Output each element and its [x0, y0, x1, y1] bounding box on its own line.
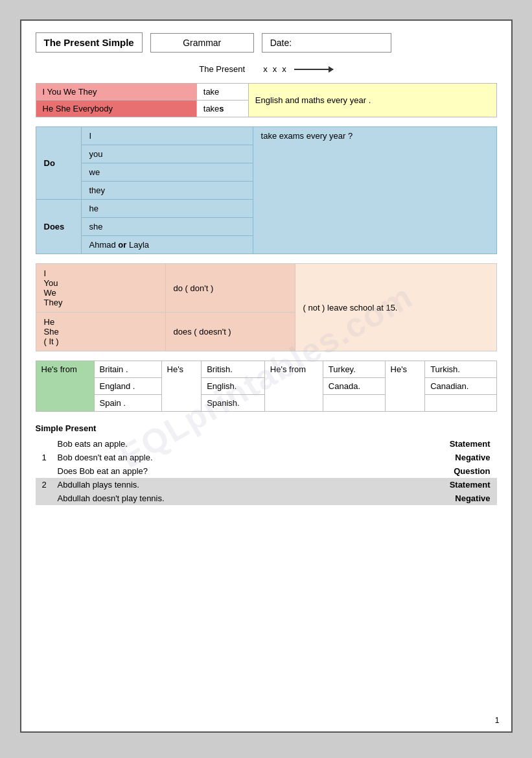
ex-text-2: Does Bob eat an apple? — [42, 466, 148, 476]
countries-col2-english: English. — [202, 378, 265, 395]
takes-verb-row1: take — [196, 84, 248, 101]
does-subject-she: she — [81, 218, 253, 236]
do-subject-you: you — [81, 145, 253, 163]
does-subject-he: he — [81, 200, 253, 218]
countries-col1-label: He's from — [36, 361, 94, 412]
ex-row-2: Does Bob eat an apple? Question — [36, 464, 497, 478]
timeline-label: The Present — [199, 64, 245, 74]
grammar-box: Grammar — [150, 33, 254, 53]
timeline-mark3: x — [282, 64, 286, 74]
countries-col4-label: He's — [385, 361, 425, 412]
neg-top-aux: do ( don't ) — [165, 264, 295, 313]
ex-label-2: Question — [454, 466, 490, 476]
ex-row-0: Bob eats an apple. Statement — [36, 437, 497, 451]
do-label: Do — [36, 127, 81, 200]
do-predicate: take exams every year ? — [253, 127, 496, 254]
countries-col2-spanish: Spanish. — [202, 395, 265, 412]
ex-text-4: Abdullah doesn't play tennis. — [42, 493, 165, 503]
ex-title: Simple Present — [36, 423, 497, 433]
countries-col2-british: British. — [202, 361, 265, 378]
timeline-mark2: x — [273, 64, 277, 74]
countries-col4-turkish: Turkish. — [425, 361, 496, 378]
countries-col2-label: He's — [161, 361, 202, 412]
date-box: Date: — [262, 33, 391, 53]
countries-table: He's from Britain . He's British. He's f… — [36, 361, 497, 412]
ex-text-1: 1 Bob doesn't eat an apple. — [42, 453, 153, 462]
neg-bot-aux: does ( doesn't ) — [165, 313, 295, 351]
takes-verb-row2: takes — [196, 101, 248, 117]
countries-col1-britain: Britain . — [94, 361, 161, 378]
do-subject-we: we — [81, 163, 253, 182]
countries-col3-turkey: Turkey. — [323, 361, 385, 378]
countries-col4-canadian: Canadian. — [425, 378, 496, 395]
takes-object: English and maths every year . — [248, 84, 496, 117]
page: EQLprintables.com The Present Simple Gra… — [20, 19, 513, 733]
ex-label-3: Statement — [450, 480, 491, 490]
header: The Present Simple Grammar Date: — [36, 32, 497, 53]
neg-table: IYouWeThey do ( don't ) ( not ) leave sc… — [36, 263, 497, 351]
takes-subject-row2: He She Everybody — [36, 101, 196, 117]
ex-row-1: 1 Bob doesn't eat an apple. Negative — [36, 451, 497, 464]
countries-col3-label: He's from — [264, 361, 323, 412]
do-subject-I: I — [81, 127, 253, 145]
ex-label-0: Statement — [450, 439, 491, 449]
ex-label-4: Negative — [455, 493, 490, 503]
ex-row-3: 2 Abdullah plays tennis. Statement — [36, 478, 497, 492]
ex-text-3: 2 Abdullah plays tennis. — [42, 480, 139, 490]
countries-col3-empty — [323, 395, 385, 412]
title-box: The Present Simple — [36, 32, 143, 53]
exercises: Simple Present Bob eats an apple. Statem… — [36, 421, 497, 508]
does-subject-ahmad: Ahmad or Layla — [81, 236, 253, 254]
takes-subject-row1: I You We They — [36, 84, 196, 101]
countries-col1-england: England . — [94, 378, 161, 395]
timeline-mark1: x — [263, 64, 268, 74]
ex-row-4: Abdullah doesn't play tennis. Negative — [36, 492, 497, 505]
countries-col3-canada: Canada. — [323, 378, 385, 395]
neg-predicate: ( not ) leave school at 15. — [295, 264, 496, 351]
countries-col4-empty — [425, 395, 496, 412]
page-number: 1 — [495, 716, 500, 725]
takes-table: I You We They take English and maths eve… — [36, 83, 497, 117]
neg-bot-subjects: HeShe( It ) — [36, 313, 165, 351]
timeline: The Present x x x — [36, 64, 497, 74]
ex-label-1: Negative — [455, 453, 490, 462]
does-label: Does — [36, 200, 81, 254]
neg-top-subjects: IYouWeThey — [36, 264, 165, 313]
do-subject-they: they — [81, 182, 253, 200]
timeline-arrow — [294, 69, 333, 70]
ex-text-0: Bob eats an apple. — [42, 439, 128, 449]
countries-col1-spain: Spain . — [94, 395, 161, 412]
do-does-table: Do I take exams every year ? you we they… — [36, 126, 497, 254]
